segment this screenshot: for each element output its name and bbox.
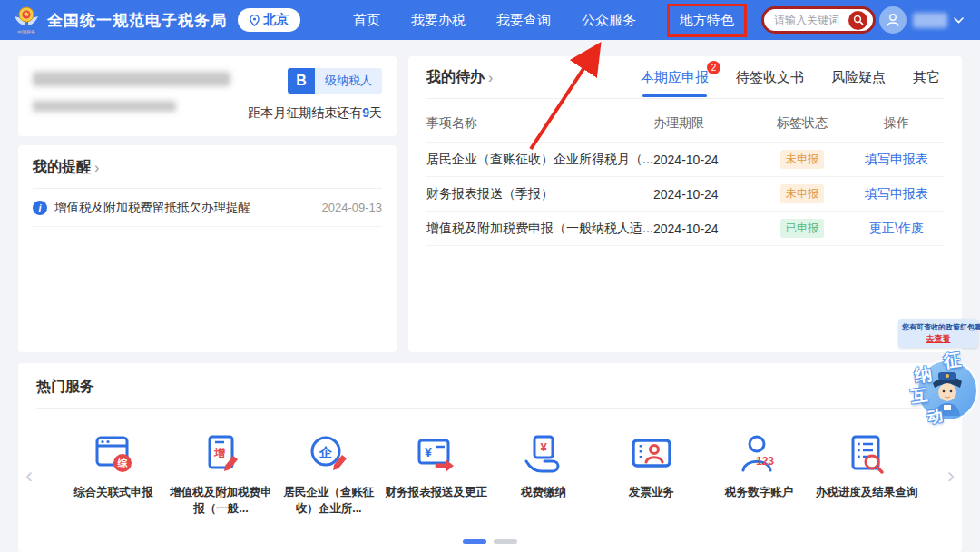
status-badge: 未申报 [780, 150, 824, 169]
redacted-tax-id [33, 101, 176, 112]
grade-letter: B [288, 68, 315, 94]
mascot-char-1: 征 [942, 348, 962, 373]
service-list: 综 综合关联式申报 增 增值税及附加税费申报（一般... [60, 432, 920, 517]
mascot-char-3: 互 [909, 384, 928, 408]
service-item-resident-enterprise-income-tax[interactable]: 企 居民企业（查账征收）企业所... [275, 432, 382, 517]
divider [426, 98, 944, 99]
tab-count-badge: 2 [707, 61, 720, 74]
service-item-tax-digital-account[interactable]: 123 税务数字账户 [705, 432, 812, 517]
todo-status-cell: 未申报 [755, 184, 849, 203]
table-row: 居民企业（查账征收）企业所得税月（... 2024-10-24 未申报 填写申报… [426, 143, 944, 177]
services-title-text: 热门服务 [36, 378, 94, 397]
user-icon [885, 12, 901, 28]
todo-tab[interactable]: 本期应申报 2 [641, 69, 709, 86]
todo-table-body: 居民企业（查账征收）企业所得税月（... 2024-10-24 未申报 填写申报… [426, 143, 944, 246]
tab-label: 其它 [913, 69, 940, 84]
todo-deadline: 2024-10-24 [653, 153, 755, 167]
deadline-suffix: 天 [369, 105, 382, 120]
interaction-assistant-widget[interactable]: 征 纳 互 动 [904, 349, 980, 429]
svg-text:¥: ¥ [541, 440, 548, 454]
redacted-username [913, 13, 947, 28]
service-item-progress-query[interactable]: 办税进度及结果查询 [813, 432, 920, 517]
policy-notification-bubble[interactable]: 您有可查收的政策红包喔! 去查看 [898, 319, 978, 348]
statement-arrow-icon: ¥ [413, 432, 460, 476]
service-label: 居民企业（查账征收）企业所... [275, 485, 382, 517]
mascot-char-4: 动 [926, 405, 944, 428]
tab-label: 风险疑点 [831, 69, 886, 84]
user-menu[interactable] [879, 6, 964, 34]
service-item-invoice-services[interactable]: 发票业务 [598, 432, 705, 517]
location-selector[interactable]: 北京 [238, 8, 300, 32]
pagination-dot-2[interactable] [494, 539, 517, 544]
top-bar: 中国税务 全国统一规范电子税务局 北京 首页 我要办税 我要查询 公众服务 地方… [0, 0, 980, 40]
table-header: 事项名称 办理期限 标签状态 操作 [426, 104, 944, 143]
svg-text:123: 123 [756, 455, 774, 468]
tax-bureau-logo: 中国税务 [13, 5, 40, 34]
info-icon: i [33, 201, 47, 215]
redacted-company-name [33, 72, 230, 86]
service-item-comprehensive-filing[interactable]: 综 综合关联式申报 [60, 432, 167, 517]
service-item-financial-statements[interactable]: ¥ 财务报表报送及更正 [383, 432, 490, 517]
status-badge: 未申报 [780, 184, 824, 203]
carousel-prev-button[interactable]: ‹ [25, 465, 33, 487]
enterprise-circle-pencil-icon: 企 [305, 432, 352, 476]
todos-tabs: 本期应申报 2 待签收文书 风险疑点 其它 [641, 69, 944, 86]
service-item-vat-surcharge-filing[interactable]: 增 增值税及附加税费申报（一般... [168, 432, 275, 517]
service-label: 税务数字账户 [705, 485, 812, 501]
nav-item[interactable]: 首页 [353, 5, 380, 35]
todo-tab[interactable]: 风险疑点 [831, 69, 886, 86]
todo-tab[interactable]: 待签收文书 [736, 69, 804, 86]
reminders-title-text: 我的提醒 [33, 158, 91, 177]
todo-item-name: 增值税及附加税费申报（一般纳税人适... [426, 221, 653, 237]
filing-deadline-countdown: 距本月征期结束还有9天 [248, 105, 382, 122]
site-title: 全国统一规范电子税务局 [47, 10, 227, 31]
table-row: 增值税及附加税费申报（一般纳税人适... 2024-10-24 已申报 更正\作… [426, 212, 944, 246]
todo-action-link[interactable]: 填写申报表 [865, 186, 928, 201]
column-deadline: 办理期限 [653, 115, 755, 132]
reminder-list: i 增值税及附加税费留抵抵欠办理提醒 2024-09-13 [33, 189, 382, 227]
column-action: 操作 [849, 115, 944, 132]
todo-tab[interactable]: 其它 [913, 69, 940, 86]
search-input[interactable] [774, 14, 848, 26]
todo-status-cell: 未申报 [755, 150, 849, 169]
reminders-card: 我的提醒 › i 增值税及附加税费留抵抵欠办理提醒 2024-09-13 [18, 145, 397, 352]
service-item-tax-payment[interactable]: ¥ 税费缴纳 [490, 432, 597, 517]
todo-status-cell: 已申报 [755, 219, 849, 238]
digital-account-icon: 123 [735, 432, 782, 476]
hot-services-card: 热门服务 ‹ › 综 综合关联式申报 [18, 363, 962, 552]
column-status: 标签状态 [755, 115, 849, 132]
deadline-prefix: 距本月征期结束还有 [248, 105, 362, 120]
location-pin-icon [250, 15, 260, 26]
reminder-text: 增值税及附加税费留抵抵欠办理提醒 [54, 200, 250, 216]
todo-action-cell: 更正\作废 [849, 221, 944, 237]
bubble-link[interactable]: 去查看 [902, 333, 975, 345]
status-badge: 已申报 [780, 219, 824, 238]
main-nav: 首页 我要办税 我要查询 公众服务 地方特色 [353, 4, 747, 37]
deadline-days: 9 [362, 105, 369, 120]
todo-action-link[interactable]: 填写申报表 [865, 152, 928, 166]
services-title: 热门服务 [36, 378, 944, 397]
search-icon [853, 15, 864, 25]
search-button[interactable] [848, 11, 867, 30]
service-label: 发票业务 [598, 485, 705, 501]
nav-item[interactable]: 我要办税 [411, 5, 466, 35]
avatar[interactable] [879, 6, 906, 34]
svg-text:企: 企 [318, 445, 333, 459]
pagination-dot-1[interactable] [463, 539, 486, 544]
location-label: 北京 [263, 12, 289, 28]
table-row: 财务报表报送（季报） 2024-10-24 未申报 填写申报表 [426, 177, 944, 212]
carousel-next-button[interactable]: › [947, 465, 955, 487]
nav-item[interactable]: 公众服务 [582, 5, 636, 35]
bubble-text: 您有可查收的政策红包喔! [902, 322, 975, 332]
chevron-down-icon [954, 17, 964, 24]
todo-action-link[interactable]: 更正\作废 [869, 221, 924, 235]
service-label: 综合关联式申报 [60, 485, 167, 501]
service-label: 税费缴纳 [490, 485, 597, 501]
todo-action-cell: 填写申报表 [849, 186, 944, 202]
browser-window-icon: 综 [90, 432, 137, 476]
todos-title[interactable]: 我的待办 › [426, 68, 493, 87]
nav-item[interactable]: 地方特色 [667, 4, 747, 37]
reminder-item[interactable]: i 增值税及附加税费留抵抵欠办理提醒 2024-09-13 [33, 189, 382, 227]
nav-item[interactable]: 我要查询 [496, 5, 551, 35]
reminders-title[interactable]: 我的提醒 › [33, 158, 382, 177]
